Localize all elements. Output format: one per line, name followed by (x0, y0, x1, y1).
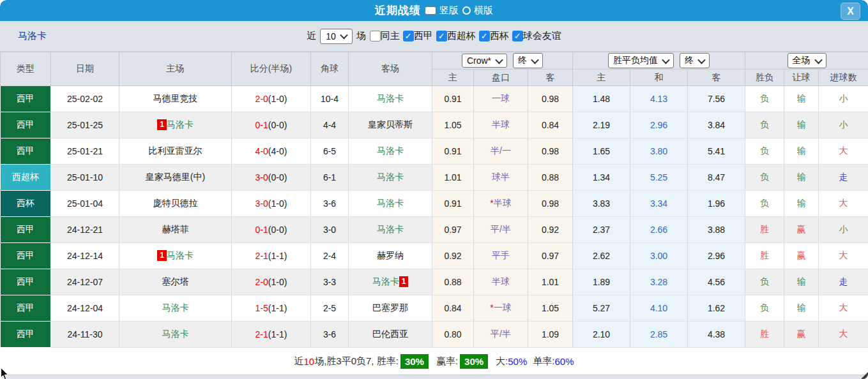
filter-球会友谊[interactable]: ✓球会友谊 (512, 30, 561, 42)
filter-西杯[interactable]: ✓西杯 (479, 30, 509, 42)
odds-away-cell: 1.09 (528, 322, 573, 348)
date-cell: 24-12-14 (51, 243, 119, 269)
odds-time-select[interactable]: 终 (513, 53, 543, 68)
home-team-cell: 赫塔菲 (119, 217, 232, 243)
view-option-horizontal[interactable]: 横版 (462, 4, 493, 17)
result-row: 西甲25-02-02马德里竞技2-0(1-0)10-4马洛卡0.91一球0.98… (1, 86, 868, 112)
avg-away-cell: 2.96 (688, 243, 745, 269)
avg-draw-cell: 5.25 (630, 165, 688, 191)
away-team-cell: 马洛卡 (349, 191, 432, 217)
close-button[interactable]: X (841, 3, 860, 20)
date-cell: 25-02-02 (51, 86, 119, 112)
goals-result-cell: 走 (819, 269, 868, 295)
odds-home-cell: 0.91 (432, 86, 474, 112)
corners-cell: 4-4 (311, 112, 349, 138)
red-card-badge: 1 (157, 119, 167, 130)
half-time-score: (1-1) (268, 329, 287, 339)
league-type-cell: 西甲 (1, 86, 51, 112)
popup-title: 近期战绩 (375, 3, 421, 18)
avg-type-select[interactable]: 胜平负均值 (608, 53, 674, 68)
team-name: 马洛卡 (167, 250, 194, 260)
checkbox-checked-icon[interactable]: ✓ (512, 31, 523, 41)
red-card-badge: 1 (399, 276, 409, 287)
avg-home-cell: 2.19 (573, 112, 630, 138)
avg-away-cell: 1.62 (688, 295, 745, 322)
half-time-score: (1-0) (268, 277, 287, 287)
single-rate: 60% (554, 356, 574, 367)
avg-time-select[interactable]: 终 (680, 53, 710, 68)
scope-select[interactable]: 全场 (788, 53, 826, 68)
corners-cell: 3-3 (311, 269, 349, 295)
score-cell: 2-0(1-0) (232, 269, 311, 295)
full-time-score: 3-0 (255, 172, 268, 182)
odds-away-cell: 0.92 (528, 217, 573, 243)
score-cell: 2-0(1-0) (232, 86, 311, 112)
handicap-cell: 半球 (474, 269, 528, 295)
score-cell: 3-0(1-0) (232, 191, 311, 217)
big-rate: 50% (508, 356, 527, 367)
odds-away-cell: 0.98 (528, 86, 573, 112)
checkbox-checked-icon[interactable]: ✓ (479, 31, 490, 41)
filterbar: 马洛卡 近 10 场 同主✓西甲✓西超杯✓西杯✓球会友谊 (0, 21, 868, 52)
chevron-down-icon (531, 56, 539, 64)
away-team-cell: 马洛卡 (349, 165, 432, 191)
col-score: 比分(半场) (232, 52, 311, 86)
league-filter-group: 同主✓西甲✓西超杯✓西杯✓球会友谊 (370, 30, 561, 42)
avg-home-cell: 2.10 (573, 322, 630, 348)
avg-group-header: 胜平负均值 终 (573, 52, 745, 70)
odds-away-cell: 0.97 (528, 243, 573, 269)
filter-西超杯[interactable]: ✓西超杯 (436, 30, 476, 42)
handicap-cell: 平/半 (474, 217, 528, 243)
avg-home-cell: 1.48 (573, 86, 630, 112)
result-row: 西甲24-12-141马洛卡2-1(1-1)2-4赫罗纳0.92平手0.972.… (1, 243, 868, 269)
handicap-value: 平/半 (491, 224, 511, 234)
handicap-cell: 半/一 (474, 138, 528, 165)
odds-home-cell: 0.91 (432, 138, 474, 165)
avg-draw-cell: 2.66 (630, 217, 688, 243)
handicap-result-cell: 输 (784, 112, 819, 138)
date-cell: 24-12-07 (51, 269, 119, 295)
half-time-score: (0-0) (268, 225, 287, 235)
avg-draw-cell: 3.28 (630, 269, 688, 295)
handicap-value: 一球 (492, 93, 510, 103)
radio-unselected-icon[interactable] (462, 6, 471, 15)
away-team-cell: 皇家贝蒂斯 (349, 112, 432, 138)
team-name: 马洛卡 (162, 329, 189, 339)
result-row: 西甲24-11-30马洛卡2-1(1-1)3-6巴伦西亚0.80平/半1.092… (1, 322, 868, 348)
filter-西甲[interactable]: ✓西甲 (403, 30, 433, 42)
handicap-result-cell: 输 (784, 165, 819, 191)
sub-col-result: 胜负 (745, 70, 784, 86)
avg-away-cell: 8.47 (688, 165, 745, 191)
avg-away-cell: 3.84 (688, 112, 745, 138)
corners-cell: 10-4 (311, 86, 349, 112)
red-card-badge: 1 (157, 250, 167, 261)
checkbox-unchecked-icon[interactable] (370, 31, 381, 41)
filter-label: 同主 (381, 30, 400, 42)
result-cell: 胜 (745, 322, 784, 348)
goals-result-cell: 小 (819, 112, 868, 138)
handicap-result-cell: 赢 (784, 322, 819, 348)
odds-time-value: 终 (518, 55, 527, 66)
odds-home-cell: 1.01 (432, 165, 474, 191)
recent-results-popup: 近期战绩 竖版 横版 X 马洛卡 近 10 场 同主✓西甲✓西超杯✓西杯✓球会友… (0, 0, 868, 379)
odds-company-select[interactable]: Crow* (462, 54, 507, 68)
team-name: 马德里竞技 (153, 93, 198, 103)
home-team-cell: 马洛卡 (119, 295, 232, 322)
radio-selected-icon[interactable] (425, 6, 436, 15)
chevron-down-icon (340, 31, 348, 40)
handicap-value: 球半 (492, 172, 510, 182)
recent-count-select[interactable]: 10 (320, 29, 353, 44)
checkbox-checked-icon[interactable]: ✓ (436, 31, 447, 41)
handicap-value: 半/一 (491, 145, 511, 156)
resize-grip-icon[interactable] (861, 372, 868, 379)
score-cell: 3-0(0-0) (232, 165, 311, 191)
sub-col-avg-draw: 和 (630, 70, 688, 86)
filter-同主[interactable]: 同主 (370, 30, 400, 42)
handicap-cell: 平手 (474, 243, 528, 269)
col-corners: 角球 (311, 52, 349, 86)
checkbox-checked-icon[interactable]: ✓ (403, 31, 414, 41)
view-option-vertical[interactable]: 竖版 (425, 4, 459, 17)
odds-away-cell: 1.05 (528, 295, 573, 322)
corners-cell: 3-0 (311, 217, 349, 243)
corners-cell: 2-4 (311, 243, 349, 269)
